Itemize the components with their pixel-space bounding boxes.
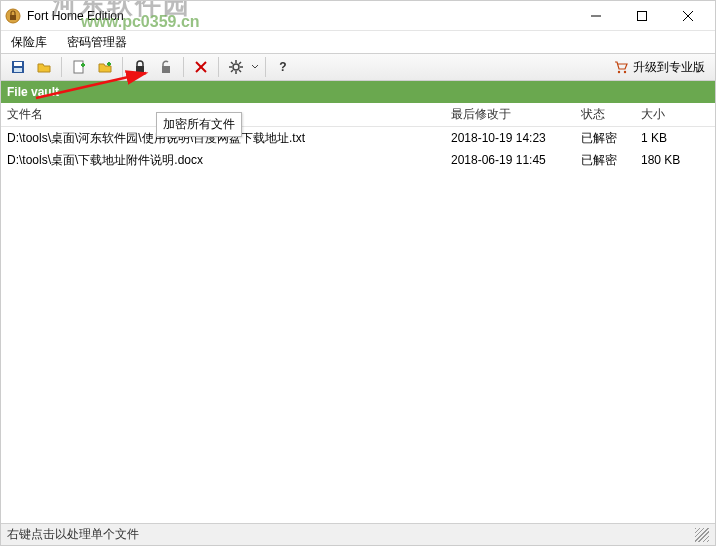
cell-size: 180 KB xyxy=(635,153,715,167)
resize-grip-icon[interactable] xyxy=(695,528,709,542)
upgrade-button[interactable]: 升级到专业版 xyxy=(607,57,711,78)
titlebar: Fort Home Edition xyxy=(1,1,715,31)
section-title: File vault xyxy=(7,85,59,99)
open-button[interactable] xyxy=(32,56,56,78)
list-header: 文件名 最后修改于 状态 大小 xyxy=(1,103,715,127)
save-button[interactable] xyxy=(6,56,30,78)
window-title: Fort Home Edition xyxy=(27,9,573,23)
cart-icon xyxy=(613,59,629,75)
svg-rect-7 xyxy=(14,62,22,66)
section-header: File vault xyxy=(1,81,715,103)
svg-point-18 xyxy=(233,64,239,70)
menubar: 保险库 密码管理器 xyxy=(1,31,715,53)
toolbar: ? 升级到专业版 xyxy=(1,53,715,81)
col-size[interactable]: 大小 xyxy=(635,103,715,126)
table-row[interactable]: D:\tools\桌面\河东软件园\使用说明\百度网盘下载地址.txt 2018… xyxy=(1,127,715,149)
toolbar-separator xyxy=(122,57,123,77)
svg-line-26 xyxy=(231,70,233,72)
toolbar-separator xyxy=(265,57,266,77)
cell-filename: D:\tools\桌面\下载地址附件说明.docx xyxy=(1,152,445,169)
toolbar-separator xyxy=(183,57,184,77)
svg-rect-8 xyxy=(14,68,22,72)
svg-point-27 xyxy=(618,71,620,73)
settings-button[interactable] xyxy=(224,56,248,78)
file-list: D:\tools\桌面\河东软件园\使用说明\百度网盘下载地址.txt 2018… xyxy=(1,127,715,171)
cell-size: 1 KB xyxy=(635,131,715,145)
col-status[interactable]: 状态 xyxy=(575,103,635,126)
svg-rect-15 xyxy=(162,66,170,73)
toolbar-separator xyxy=(61,57,62,77)
svg-rect-9 xyxy=(74,61,83,73)
tooltip: 加密所有文件 xyxy=(156,112,242,137)
toolbar-separator xyxy=(218,57,219,77)
menu-vault[interactable]: 保险库 xyxy=(7,32,51,53)
help-button[interactable]: ? xyxy=(271,56,295,78)
statusbar: 右键点击以处理单个文件 xyxy=(1,523,715,545)
svg-line-24 xyxy=(239,70,241,72)
unlock-all-button[interactable] xyxy=(154,56,178,78)
svg-rect-14 xyxy=(136,66,144,73)
status-text: 右键点击以处理单个文件 xyxy=(7,526,139,543)
add-file-button[interactable] xyxy=(67,56,91,78)
svg-point-28 xyxy=(624,71,626,73)
minimize-button[interactable] xyxy=(573,1,619,31)
remove-button[interactable] xyxy=(189,56,213,78)
svg-line-23 xyxy=(231,62,233,64)
add-folder-button[interactable] xyxy=(93,56,117,78)
app-icon xyxy=(5,8,21,24)
lock-all-button[interactable] xyxy=(128,56,152,78)
cell-date: 2018-06-19 11:45 xyxy=(445,153,575,167)
cell-status: 已解密 xyxy=(575,130,635,147)
maximize-button[interactable] xyxy=(619,1,665,31)
upgrade-label: 升级到专业版 xyxy=(633,59,705,76)
close-button[interactable] xyxy=(665,1,711,31)
cell-status: 已解密 xyxy=(575,152,635,169)
table-row[interactable]: D:\tools\桌面\下载地址附件说明.docx 2018-06-19 11:… xyxy=(1,149,715,171)
cell-date: 2018-10-19 14:23 xyxy=(445,131,575,145)
settings-dropdown-button[interactable] xyxy=(250,56,260,78)
svg-line-25 xyxy=(239,62,241,64)
menu-password-manager[interactable]: 密码管理器 xyxy=(63,32,131,53)
col-modified[interactable]: 最后修改于 xyxy=(445,103,575,126)
svg-rect-1 xyxy=(10,15,16,20)
svg-rect-3 xyxy=(638,11,647,20)
